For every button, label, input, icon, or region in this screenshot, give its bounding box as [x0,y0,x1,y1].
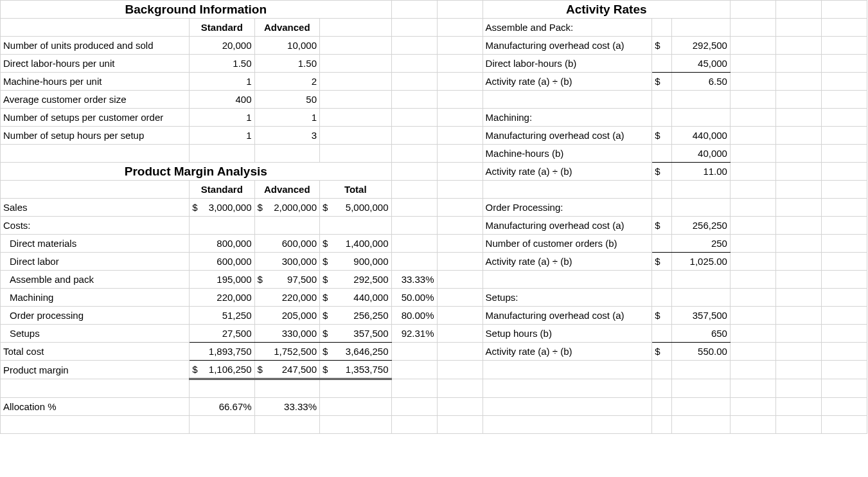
cell[interactable] [319,91,391,109]
cell[interactable] [775,199,821,217]
cell[interactable] [821,163,867,181]
cell[interactable] [671,199,730,217]
bg-r1-std[interactable]: 20,000 [190,37,254,55]
cell[interactable] [319,109,391,127]
cell[interactable] [254,379,319,398]
cell[interactable] [730,217,775,235]
cell[interactable] [652,19,671,37]
cell[interactable] [775,73,821,91]
cell[interactable] [437,343,483,361]
cell[interactable] [437,91,483,109]
cell[interactable] [190,416,254,434]
pma-dm-std[interactable]: 800,000 [190,235,254,253]
cell[interactable] [821,109,867,127]
cell[interactable] [775,289,821,307]
cell[interactable] [671,109,730,127]
pma-tc-tot[interactable]: $3,646,250 [319,343,391,361]
cell[interactable] [437,416,483,434]
pma-dl-tot[interactable]: $900,000 [319,253,391,271]
cell[interactable] [821,91,867,109]
cell[interactable] [391,163,437,181]
cell[interactable] [730,325,775,343]
ar-su-a-val[interactable]: 357,500 [671,307,730,325]
cell[interactable] [821,416,867,434]
cell[interactable] [775,379,821,398]
cell[interactable] [821,19,867,37]
pma-sales-tot[interactable]: $5,000,000 [319,199,391,217]
cell[interactable] [730,145,775,163]
pma-ap-tot[interactable]: $292,500 [319,271,391,289]
cell[interactable] [1,379,190,398]
cell[interactable] [821,217,867,235]
cell[interactable] [391,127,437,145]
bg-r6-adv[interactable]: 3 [254,127,319,145]
cell[interactable] [437,127,483,145]
cell[interactable] [437,109,483,127]
cell[interactable] [821,325,867,343]
cell[interactable] [1,145,190,163]
cell[interactable] [190,217,254,235]
pma-op-adv[interactable]: 205,000 [254,307,319,325]
cell[interactable] [730,271,775,289]
cell[interactable] [730,361,775,379]
cell[interactable] [391,199,437,217]
cell[interactable] [821,127,867,145]
pma-mach-std[interactable]: 220,000 [190,289,254,307]
cell[interactable] [821,235,867,253]
cell[interactable] [652,289,671,307]
cell[interactable] [319,127,391,145]
cell[interactable] [671,19,730,37]
pma-su-pct[interactable]: 92.31% [391,325,437,343]
cell[interactable] [671,361,730,379]
ar-su-b-val[interactable]: 650 [671,325,730,343]
cell[interactable] [437,73,483,91]
cell[interactable] [730,289,775,307]
cell[interactable] [821,145,867,163]
cell[interactable] [391,361,437,379]
bg-r5-adv[interactable]: 1 [254,109,319,127]
cell[interactable] [391,55,437,73]
cell[interactable] [775,253,821,271]
cell[interactable] [730,127,775,145]
cell[interactable] [391,253,437,271]
cell[interactable] [652,181,671,199]
cell[interactable] [730,91,775,109]
cell[interactable] [775,307,821,325]
cell[interactable] [730,55,775,73]
pma-pm-adv[interactable]: $247,500 [254,361,319,379]
pma-sales-std[interactable]: $3,000,000 [190,199,254,217]
cell[interactable] [775,271,821,289]
cell[interactable] [319,416,391,434]
bg-r3-adv[interactable]: 2 [254,73,319,91]
cell[interactable] [821,361,867,379]
ar-ap-b-val[interactable]: 45,000 [671,55,730,73]
cell[interactable] [775,181,821,199]
cell[interactable] [821,55,867,73]
ar-su-r-val[interactable]: 550.00 [671,343,730,361]
cell[interactable] [437,1,483,19]
cell[interactable] [652,91,671,109]
cell[interactable] [391,37,437,55]
cell[interactable] [730,235,775,253]
cell[interactable] [391,1,437,19]
pma-su-std[interactable]: 27,500 [190,325,254,343]
ar-mach-b-val[interactable]: 40,000 [671,145,730,163]
cell[interactable] [821,181,867,199]
cell[interactable] [821,343,867,361]
pma-alloc-adv[interactable]: 33.33% [254,398,319,416]
cell[interactable] [437,271,483,289]
cell[interactable] [437,37,483,55]
ar-mach-r-val[interactable]: 11.00 [671,163,730,181]
cell[interactable] [483,398,652,416]
bg-r2-std[interactable]: 1.50 [190,55,254,73]
pma-tc-adv[interactable]: 1,752,500 [254,343,319,361]
bg-r4-std[interactable]: 400 [190,91,254,109]
cell[interactable] [483,91,652,109]
cell[interactable] [319,73,391,91]
cell[interactable] [775,343,821,361]
cell[interactable] [730,199,775,217]
bg-r4-adv[interactable]: 50 [254,91,319,109]
ar-mach-a-val[interactable]: 440,000 [671,127,730,145]
cell[interactable] [483,416,652,434]
bg-r5-std[interactable]: 1 [190,109,254,127]
